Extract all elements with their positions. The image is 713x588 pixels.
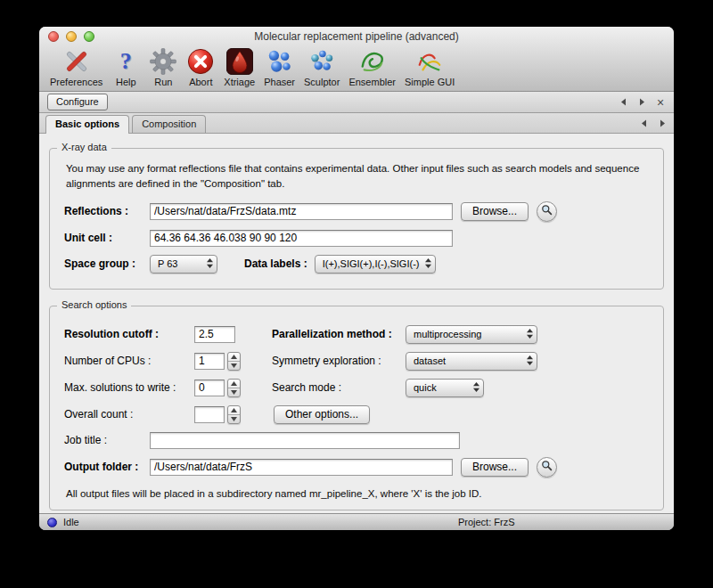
reflections-label: Reflections : [64,205,150,217]
toolbar-label: Simple GUI [405,77,455,87]
tab-configure[interactable]: Configure [47,94,108,110]
reflections-browse-button[interactable]: Browse... [461,202,529,221]
tab-scroll-right-button[interactable] [636,97,647,108]
output-folder-browse-button[interactable]: Browse... [461,458,529,477]
unit-cell-row: Unit cell : [64,230,649,247]
parallelization-method-label: Parallelization method : [272,328,406,340]
subtab-scroll-left-button[interactable] [638,118,649,128]
minimize-window-button[interactable] [66,31,77,42]
stepper-up-icon [228,380,240,388]
tab-configure-label: Configure [56,96,99,107]
subtab-basic-options[interactable]: Basic options [45,115,129,134]
ensembler-icon [358,47,387,76]
max-solutions-input[interactable] [194,380,225,396]
toolbar-label: Preferences [50,77,102,87]
subtab-composition[interactable]: Composition [132,115,206,133]
xray-description: You may use any format reflections file … [66,161,641,192]
project-label: Project: FrzS [458,517,515,527]
job-title-row: Job title : [64,432,649,449]
search-group-title: Search options [57,299,131,310]
window-chrome: Molecular replacement pipeline (advanced… [39,27,674,92]
overall-count-input[interactable] [194,406,225,423]
desktop-background: Molecular replacement pipeline (advanced… [0,0,713,588]
toolbar-button-abort[interactable]: Abort [186,47,215,87]
subtab-bar: Basic options Composition [39,113,674,134]
window-title: Molecular replacement pipeline (advanced… [254,30,458,43]
symmetry-exploration-select[interactable]: dataset [406,352,537,371]
max-solutions-label: Max. solutions to write : [64,381,194,394]
toolbar-label: Sculptor [304,77,340,87]
space-group-value: P 63 [158,258,177,269]
subtab-scroll-right-button[interactable] [657,118,668,128]
job-title-input[interactable] [150,432,460,449]
parallelization-method-select[interactable]: multiprocessing [406,325,537,344]
space-group-select[interactable]: P 63 [150,255,217,274]
other-options-button[interactable]: Other options... [274,405,370,424]
sculptor-icon [307,47,336,76]
app-window: Molecular replacement pipeline (advanced… [39,27,674,530]
run-gear-icon [149,47,177,76]
basic-options-panel: X-ray data You may use any format reflec… [39,134,674,513]
symmetry-exploration-value: dataset [414,355,446,366]
output-folder-label: Output folder : [64,461,150,473]
magnifier-icon [541,460,553,474]
overall-count-row: Overall count : Other options... [64,405,649,424]
phaser-icon [266,47,294,76]
symmetry-exploration-label: Symmetry exploration : [272,355,406,367]
toolbar-button-sculptor[interactable]: Sculptor [304,47,340,87]
toolbar-label: Phaser [264,77,295,87]
stepper-down-icon [228,415,240,423]
toolbar-button-ensembler[interactable]: Ensembler [348,47,396,87]
stepper-up-icon [228,353,240,362]
tab-close-button[interactable]: × [655,97,666,108]
resolution-row: Resolution cutoff : Parallelization meth… [64,325,649,344]
toolbar-button-simple-gui[interactable]: Simple GUI [405,47,455,87]
close-window-button[interactable] [48,31,59,42]
number-of-cpus-input[interactable] [194,353,225,370]
toolbar-button-run[interactable]: Run [149,47,177,87]
reflections-view-button[interactable] [537,201,557,222]
space-group-row: Space group : P 63 Data labels : I(+),SI… [64,255,649,274]
parallelization-method-value: multiprocessing [414,329,481,339]
output-folder-row: Output folder : Browse... [64,457,649,478]
toolbar-button-preferences[interactable]: Preferences [50,47,102,87]
output-note: All output files will be placed in a sub… [66,488,647,499]
search-mode-select[interactable]: quick [406,379,484,397]
resolution-cutoff-input[interactable] [194,326,235,343]
unit-cell-input[interactable] [150,230,453,247]
abort-icon [186,47,215,76]
search-mode-label: Search mode : [272,381,406,394]
status-text: Idle [63,517,79,527]
data-labels-select[interactable]: I(+),SIGI(+),I(-),SIGI(-) [315,255,437,274]
reflections-row: Reflections : Browse... [64,201,649,222]
tabbar-controls: × [618,97,666,108]
output-folder-view-button[interactable] [537,457,557,478]
magnifier-icon [541,204,553,218]
toolbar-button-phaser[interactable]: Phaser [264,47,295,87]
dropdown-arrows-icon [526,355,534,368]
dropdown-arrows-icon [424,257,432,271]
unit-cell-label: Unit cell : [64,232,150,244]
overall-count-label: Overall count : [64,408,194,421]
search-options-group: Search options Resolution cutoff : Paral… [49,306,664,510]
toolbar-button-xtriage[interactable]: Xtriage [224,47,255,87]
max-solutions-row: Max. solutions to write : Search mode : … [64,379,649,397]
reflections-input[interactable] [150,203,453,220]
resolution-cutoff-label: Resolution cutoff : [64,328,194,340]
subtab-composition-label: Composition [142,118,196,129]
tab-scroll-left-button[interactable] [618,97,628,108]
zoom-window-button[interactable] [84,31,94,42]
xray-data-group: X-ray data You may use any format reflec… [49,148,664,290]
max-solutions-stepper[interactable] [227,379,241,397]
output-folder-input[interactable] [150,459,453,476]
titlebar[interactable]: Molecular replacement pipeline (advanced… [39,27,674,45]
search-mode-value: quick [414,382,437,393]
toolbar-button-help[interactable]: ? Help [111,47,140,87]
cpus-stepper[interactable] [227,352,241,371]
cpus-row: Number of CPUs : Symmetry exploration : … [64,352,649,371]
toolbar: Preferences ? Help [39,45,674,91]
toolbar-label: Run [154,77,172,87]
dropdown-arrows-icon [206,257,214,271]
help-icon: ? [111,47,140,76]
overall-count-stepper[interactable] [227,405,241,424]
